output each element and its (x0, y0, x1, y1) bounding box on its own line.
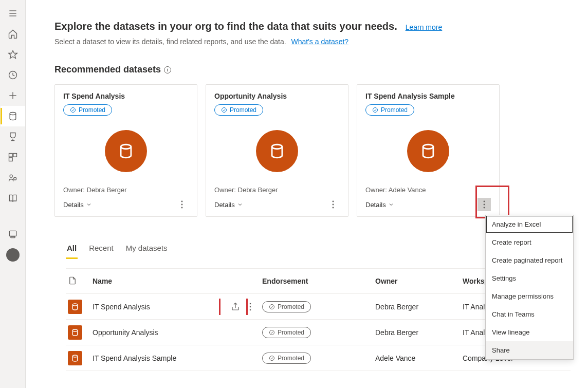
svg-point-24 (333, 201, 334, 202)
card-owner: Owner: Adele Vance (365, 186, 491, 194)
nav-hamburger[interactable] (1, 3, 25, 24)
nav-home[interactable] (1, 24, 25, 44)
nav-favorites[interactable] (1, 44, 25, 65)
menu-create-paginated[interactable]: Create paginated report (486, 251, 573, 269)
menu-analyze-excel[interactable]: Analyze in Excel (486, 215, 573, 233)
page-headline: Explore the datasets in your org to find… (54, 21, 397, 32)
page-subline: Select a dataset to view its details, fi… (54, 38, 286, 46)
svg-rect-8 (9, 154, 12, 157)
svg-point-18 (121, 144, 131, 149)
menu-permissions[interactable]: Manage permissions (486, 287, 573, 305)
details-button[interactable]: Details (214, 201, 243, 209)
svg-point-22 (222, 108, 227, 113)
svg-point-37 (270, 304, 274, 309)
svg-point-28 (423, 144, 433, 149)
nav-learn[interactable] (1, 188, 25, 209)
dataset-icon (407, 130, 449, 172)
card-title: IT Spend Analysis (63, 92, 189, 100)
dataset-icon (68, 325, 82, 340)
card-title: Opportunity Analysis (214, 92, 340, 100)
dataset-icon (68, 351, 82, 365)
tab-all[interactable]: All (66, 241, 78, 259)
svg-point-11 (10, 175, 12, 177)
promoted-badge: Promoted (214, 104, 263, 116)
svg-point-12 (13, 177, 16, 180)
card-title: IT Spend Analysis Sample (365, 92, 491, 100)
nav-goals[interactable] (1, 126, 25, 147)
svg-point-39 (270, 330, 274, 335)
nav-my-workspace[interactable] (1, 245, 25, 265)
svg-point-25 (333, 204, 334, 206)
nav-apps[interactable] (1, 147, 25, 168)
left-nav (0, 0, 26, 388)
card-owner: Owner: Debra Berger (214, 186, 340, 194)
svg-point-30 (484, 204, 485, 206)
info-icon[interactable]: i (164, 66, 171, 73)
svg-point-23 (272, 144, 282, 149)
endorsement-pill: Promoted (262, 301, 311, 312)
row-name: IT Spend Analysis Sample (93, 354, 176, 362)
tab-my-datasets[interactable]: My datasets (125, 241, 169, 259)
tab-recent[interactable]: Recent (88, 241, 115, 259)
svg-point-26 (333, 207, 334, 209)
svg-point-34 (250, 303, 251, 304)
svg-point-16 (13, 254, 14, 256)
svg-marker-3 (8, 51, 17, 59)
endorsement-pill: Promoted (262, 327, 311, 338)
nav-create[interactable] (1, 85, 25, 106)
nav-recent[interactable] (1, 65, 25, 85)
svg-point-20 (181, 204, 183, 206)
share-button[interactable] (227, 299, 244, 315)
svg-point-15 (11, 253, 13, 255)
svg-point-41 (270, 356, 274, 360)
menu-chat-teams[interactable]: Chat in Teams (486, 305, 573, 323)
learn-more-link[interactable]: Learn more (406, 23, 443, 31)
nav-shared[interactable] (1, 168, 25, 188)
col-owner[interactable]: Owner (373, 277, 461, 285)
menu-view-lineage[interactable]: View lineage (486, 323, 573, 341)
svg-rect-14 (10, 236, 14, 238)
row-owner: Debra Berger (373, 328, 461, 337)
file-icon (66, 276, 90, 287)
dataset-card[interactable]: IT Spend Analysis Promoted Owner: Debra … (54, 84, 197, 217)
main-content: Explore the datasets in your org to find… (26, 0, 588, 388)
svg-point-27 (373, 108, 378, 113)
section-title: Recommended datasets i (54, 64, 571, 75)
svg-point-19 (181, 201, 183, 202)
svg-rect-10 (9, 158, 12, 161)
row-name: Opportunity Analysis (93, 328, 158, 337)
card-more-button[interactable] (477, 198, 491, 211)
row-more-button[interactable] (246, 303, 255, 311)
details-button[interactable]: Details (63, 201, 92, 209)
nav-datasets[interactable] (1, 106, 25, 126)
card-owner: Owner: Debra Berger (63, 186, 189, 194)
card-more-button[interactable] (326, 198, 340, 211)
dataset-card[interactable]: IT Spend Analysis Sample Promoted Owner:… (357, 84, 500, 217)
svg-point-21 (181, 207, 183, 209)
svg-point-17 (71, 108, 76, 113)
row-name: IT Spend Analysis (93, 303, 150, 311)
svg-point-40 (72, 355, 77, 357)
card-row: IT Spend Analysis Promoted Owner: Debra … (54, 84, 571, 217)
dataset-icon (68, 300, 82, 314)
menu-share[interactable]: Share (486, 341, 573, 359)
details-button[interactable]: Details (365, 201, 394, 209)
svg-point-7 (10, 113, 16, 115)
card-more-button[interactable] (175, 198, 189, 211)
menu-create-report[interactable]: Create report (486, 233, 573, 251)
dataset-card[interactable]: Opportunity Analysis Promoted Owner: Deb… (206, 84, 348, 217)
svg-point-38 (72, 329, 77, 331)
row-owner: Debra Berger (373, 303, 461, 311)
col-name[interactable]: Name (90, 277, 260, 285)
whats-a-dataset-link[interactable]: What's a dataset? (291, 38, 349, 46)
endorsement-pill: Promoted (262, 353, 311, 364)
nav-workspaces[interactable] (1, 224, 25, 245)
context-menu: Analyze in Excel Create report Create pa… (485, 215, 574, 360)
col-endorsement[interactable]: Endorsement (260, 277, 373, 285)
svg-rect-13 (9, 231, 16, 236)
dataset-icon (256, 130, 298, 172)
menu-settings[interactable]: Settings (486, 269, 573, 287)
svg-point-35 (250, 306, 251, 307)
promoted-badge: Promoted (63, 104, 112, 116)
svg-point-36 (250, 309, 251, 310)
